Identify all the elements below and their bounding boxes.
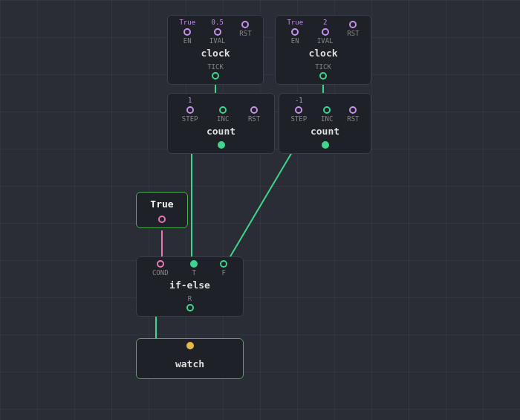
clock2-rst-label: RST bbox=[347, 30, 359, 37]
clock2-ival-value: 2 bbox=[323, 19, 327, 26]
clock2-bottom-ports: TICK bbox=[276, 63, 371, 84]
count1-out-port bbox=[218, 141, 225, 149]
ifelse-f-port: F bbox=[220, 260, 227, 277]
clock1-bottom-ports: TICK bbox=[168, 63, 263, 84]
clock2-rst-port: RST bbox=[347, 19, 359, 45]
node-clock-2[interactable]: True EN 2 IVAL RST clock TICK bbox=[275, 15, 371, 85]
clock1-ival-value: 0.5 bbox=[212, 19, 224, 26]
ifelse-bottom-ports: R bbox=[137, 295, 243, 316]
count2-top-ports: -1 STEP INC RST bbox=[279, 94, 371, 123]
ifelse-t-port: T bbox=[190, 260, 198, 277]
ifelse-cond-dot[interactable] bbox=[157, 260, 164, 268]
node-count-1[interactable]: 1 STEP INC RST count bbox=[167, 93, 275, 154]
count2-inc-port: INC bbox=[321, 97, 333, 123]
clock1-top-ports: True EN 0.5 IVAL RST bbox=[168, 16, 263, 45]
count2-rst-port: RST bbox=[347, 97, 359, 123]
clock2-ival-dot[interactable] bbox=[322, 28, 329, 36]
clock2-en-label: EN bbox=[291, 37, 299, 45]
clock1-title: clock bbox=[168, 45, 263, 63]
clock1-rst-dot[interactable] bbox=[241, 21, 249, 28]
ifelse-r-label: R bbox=[188, 295, 192, 303]
ifelse-top-ports: COND T F bbox=[137, 257, 243, 277]
count2-rst-value bbox=[351, 97, 355, 104]
node-true[interactable]: True bbox=[136, 192, 188, 228]
ifelse-f-label: F bbox=[221, 269, 225, 277]
count2-rst-dot[interactable] bbox=[349, 106, 357, 114]
count1-title: count bbox=[168, 123, 274, 141]
count1-step-label: STEP bbox=[182, 115, 198, 123]
clock1-en-value: True bbox=[179, 19, 195, 26]
count1-step-dot[interactable] bbox=[186, 106, 194, 114]
clock2-ival-label: IVAL bbox=[317, 37, 334, 45]
true-bottom-ports bbox=[137, 216, 187, 227]
count2-out-port bbox=[322, 141, 329, 149]
count1-bottom-ports bbox=[168, 141, 274, 153]
true-out-dot[interactable] bbox=[158, 216, 166, 223]
count2-bottom-ports bbox=[279, 141, 371, 153]
count1-step-port: 1 STEP bbox=[182, 97, 198, 123]
clock2-en-value: True bbox=[287, 19, 303, 26]
count1-inc-dot[interactable] bbox=[219, 106, 227, 114]
count1-out-dot[interactable] bbox=[218, 141, 225, 149]
true-out-port bbox=[158, 216, 166, 223]
ifelse-f-dot[interactable] bbox=[220, 260, 227, 268]
ifelse-r-dot[interactable] bbox=[186, 304, 194, 311]
node-watch[interactable]: watch bbox=[136, 338, 244, 379]
true-title: True bbox=[137, 193, 187, 216]
ifelse-title: if-else bbox=[137, 277, 243, 295]
clock1-tick-label: TICK bbox=[207, 63, 224, 71]
count2-step-value: -1 bbox=[295, 97, 303, 104]
count1-rst-dot[interactable] bbox=[250, 106, 258, 114]
clock2-tick-port: TICK bbox=[315, 63, 331, 80]
clock1-ival-port: 0.5 IVAL bbox=[209, 19, 226, 45]
clock2-en-dot[interactable] bbox=[291, 28, 299, 36]
clock1-ival-dot[interactable] bbox=[214, 28, 221, 36]
node-ifelse[interactable]: COND T F if-else R bbox=[136, 256, 244, 317]
node-canvas: True EN 0.5 IVAL RST clock TICK bbox=[0, 0, 520, 420]
clock2-top-ports: True EN 2 IVAL RST bbox=[276, 16, 371, 45]
watch-in-dot[interactable] bbox=[186, 342, 194, 349]
count1-step-value: 1 bbox=[188, 97, 192, 104]
count2-title: count bbox=[279, 123, 371, 141]
ifelse-cond-port: COND bbox=[152, 260, 169, 277]
count2-step-dot[interactable] bbox=[295, 106, 302, 114]
count2-inc-value bbox=[325, 97, 328, 104]
count1-rst-value bbox=[252, 97, 256, 104]
count2-step-label: STEP bbox=[290, 115, 307, 123]
clock2-tick-dot[interactable] bbox=[319, 72, 327, 80]
clock1-tick-port: TICK bbox=[207, 63, 224, 80]
ifelse-t-dot[interactable] bbox=[190, 260, 198, 268]
count2-inc-label: INC bbox=[321, 115, 333, 123]
clock2-rst-dot[interactable] bbox=[349, 21, 357, 28]
conn-count2-ifelse-f bbox=[230, 152, 292, 256]
node-clock-1[interactable]: True EN 0.5 IVAL RST clock TICK bbox=[167, 15, 264, 85]
watch-top-ports bbox=[137, 339, 243, 349]
count2-inc-dot[interactable] bbox=[323, 106, 331, 114]
clock1-en-dot[interactable] bbox=[183, 28, 191, 36]
ifelse-t-label: T bbox=[192, 269, 196, 277]
count1-inc-value bbox=[221, 97, 225, 104]
count2-rst-label: RST bbox=[347, 115, 359, 123]
clock2-title: clock bbox=[276, 45, 371, 63]
count1-inc-label: INC bbox=[217, 115, 229, 123]
count1-inc-port: INC bbox=[217, 97, 229, 123]
clock2-en-port: True EN bbox=[287, 19, 303, 45]
watch-in-port bbox=[186, 342, 194, 349]
clock1-en-label: EN bbox=[183, 37, 192, 45]
ifelse-r-port: R bbox=[186, 295, 194, 311]
count2-step-port: -1 STEP bbox=[290, 97, 307, 123]
clock1-rst-label: RST bbox=[239, 30, 251, 37]
count1-rst-port: RST bbox=[248, 97, 260, 123]
clock1-en-port: True EN bbox=[179, 19, 195, 45]
count1-rst-label: RST bbox=[248, 115, 260, 123]
count1-top-ports: 1 STEP INC RST bbox=[168, 94, 274, 123]
clock2-tick-label: TICK bbox=[315, 63, 331, 71]
clock2-ival-port: 2 IVAL bbox=[317, 19, 334, 45]
clock1-tick-dot[interactable] bbox=[212, 72, 219, 80]
count2-out-dot[interactable] bbox=[322, 141, 329, 149]
ifelse-cond-label: COND bbox=[152, 269, 169, 277]
node-count-2[interactable]: -1 STEP INC RST count bbox=[279, 93, 371, 154]
clock1-rst-port: RST bbox=[239, 19, 251, 45]
clock1-ival-label: IVAL bbox=[209, 37, 226, 45]
watch-title: watch bbox=[137, 349, 243, 378]
